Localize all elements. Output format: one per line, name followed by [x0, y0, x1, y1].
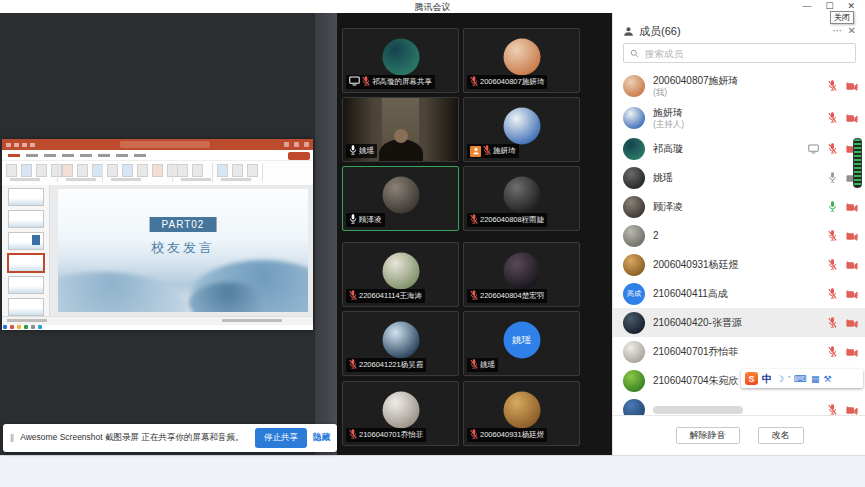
- mic-muted-icon[interactable]: [828, 285, 837, 303]
- camera-off-icon[interactable]: [846, 256, 858, 274]
- mic-on-icon[interactable]: [828, 169, 837, 187]
- moon-icon[interactable]: ☽: [776, 374, 784, 384]
- camera-off-icon[interactable]: [846, 314, 858, 332]
- member-role-label: (主持人): [653, 119, 684, 129]
- mic-muted-icon[interactable]: [828, 77, 837, 95]
- member-avatar: [623, 196, 645, 218]
- punctuation-icon[interactable]: ’: [788, 374, 790, 384]
- member-row[interactable]: 祁高璇: [613, 134, 865, 163]
- panel-close-icon[interactable]: ✕: [848, 26, 856, 36]
- unmute-button[interactable]: 解除静音: [676, 427, 740, 444]
- ppt-menu-row: [2, 150, 313, 161]
- member-row[interactable]: 姚瑶: [613, 163, 865, 192]
- member-avatar: [623, 341, 645, 363]
- mic-muted-icon[interactable]: [828, 140, 837, 158]
- member-row[interactable]: 2: [613, 221, 865, 250]
- member-avatar: [623, 225, 645, 247]
- video-tile[interactable]: 2106040701乔怡菲: [342, 381, 459, 446]
- shared-screen-taskbar: [3, 325, 42, 329]
- member-row[interactable]: 高成2106040411高成: [613, 279, 865, 308]
- slide-thumbnail-selected: [8, 254, 44, 272]
- video-tile[interactable]: 施妍琦: [463, 97, 580, 162]
- video-tile[interactable]: 2206041221杨昊霞: [342, 311, 459, 376]
- member-avatar: [623, 107, 645, 129]
- tools-icon[interactable]: ⚒: [824, 374, 832, 384]
- camera-off-icon[interactable]: [846, 343, 858, 361]
- participant-name-label: 姚瑶: [359, 146, 374, 156]
- member-row[interactable]: 2006040807施妍琦(我): [613, 70, 865, 102]
- member-avatar: [623, 138, 645, 160]
- participant-avatar: [503, 38, 540, 75]
- screen-share-banner: ‖ Awesome Screenshot 截图录屏 正在共享你的屏幕和音频。 停…: [3, 424, 337, 452]
- video-tile[interactable]: 2206040808程雨婕: [463, 166, 580, 231]
- video-tile[interactable]: 2206041114王海涛: [342, 242, 459, 307]
- member-role-label: (我): [653, 87, 739, 97]
- video-tile[interactable]: 2006040931杨廷煜: [463, 381, 580, 446]
- mic-muted-icon: [470, 429, 478, 441]
- mic-muted-icon: [483, 145, 491, 157]
- member-avatar: [623, 370, 645, 392]
- participant-avatar: [382, 38, 419, 75]
- camera-off-icon[interactable]: [846, 109, 858, 127]
- video-tile[interactable]: 姚瑶姚瑶: [463, 311, 580, 376]
- camera-off-icon[interactable]: [846, 285, 858, 303]
- rename-button[interactable]: 改名: [758, 427, 804, 444]
- mic-muted-icon[interactable]: [828, 109, 837, 127]
- keyboard-icon[interactable]: ⌨: [794, 374, 807, 384]
- mic-active-icon[interactable]: [828, 198, 837, 216]
- camera-off-icon[interactable]: [846, 77, 858, 95]
- member-search-box: [623, 43, 856, 63]
- ppt-search-bar: [120, 141, 210, 148]
- mic-muted-icon[interactable]: [828, 227, 837, 245]
- participant-avatar: [503, 176, 540, 213]
- video-tile[interactable]: 祁高璇的屏幕共享: [342, 28, 459, 93]
- panel-more-icon[interactable]: ⋯: [833, 26, 843, 36]
- camera-off-icon[interactable]: [846, 198, 858, 216]
- member-avatar: [623, 167, 645, 189]
- video-tile[interactable]: 姚瑶: [342, 97, 459, 162]
- slide-thumbnail: [8, 188, 44, 206]
- screen-share-edge: [315, 13, 337, 455]
- grid-icon[interactable]: ▦: [811, 374, 820, 384]
- video-tile[interactable]: 2006040807施妍琦: [463, 28, 580, 93]
- host-badge-icon: [470, 146, 481, 157]
- participant-avatar: [382, 176, 419, 213]
- member-name-blurred: [653, 406, 743, 414]
- mic-muted-icon: [470, 359, 478, 371]
- mic-on-icon: [349, 145, 357, 157]
- chinese-mode-icon[interactable]: 中: [762, 372, 772, 386]
- video-tile[interactable]: 2206040804楚宏羽: [463, 242, 580, 307]
- hide-banner-link[interactable]: 隐藏: [313, 432, 330, 444]
- participant-name-label: 2006040807施妍琦: [480, 77, 544, 87]
- mic-muted-icon[interactable]: [828, 256, 837, 274]
- member-avatar: [623, 254, 645, 276]
- participant-name-label: 施妍琦: [493, 146, 516, 156]
- member-row[interactable]: [613, 395, 865, 417]
- mic-muted-icon: [470, 76, 478, 88]
- member-row[interactable]: 2106040701乔怡菲: [613, 337, 865, 366]
- participant-avatar: 姚瑶: [503, 321, 540, 358]
- member-row[interactable]: 2006040931杨廷煜: [613, 250, 865, 279]
- stop-sharing-button[interactable]: 停止共享: [255, 428, 307, 448]
- camera-off-icon[interactable]: [846, 227, 858, 245]
- participant-avatar: [503, 252, 540, 289]
- member-name: 姚瑶: [653, 172, 673, 184]
- ppt-body: PART02 校友发言: [2, 185, 313, 316]
- participant-name-label: 2206040804楚宏羽: [480, 291, 544, 301]
- video-tile[interactable]: 顾泽凌: [342, 166, 459, 231]
- ime-toolbar: S中☽’⌨▦⚒: [741, 369, 863, 388]
- participant-name-label: 2206040808程雨婕: [480, 215, 544, 225]
- member-row[interactable]: 施妍琦(主持人): [613, 102, 865, 134]
- mic-muted-icon[interactable]: [828, 314, 837, 332]
- member-search-input[interactable]: [643, 47, 849, 60]
- mic-muted-icon: [470, 214, 478, 226]
- minimize-button[interactable]: —: [802, 1, 811, 12]
- member-row[interactable]: 2106040420-张晋源: [613, 308, 865, 337]
- member-list-scrollbar[interactable]: [853, 138, 862, 188]
- screen-share-icon: [808, 140, 819, 158]
- slide-thumbnail: [8, 210, 44, 228]
- member-row[interactable]: 顾泽凌: [613, 192, 865, 221]
- participant-avatar: [382, 321, 419, 358]
- sogou-logo-icon[interactable]: S: [745, 372, 758, 385]
- mic-muted-icon[interactable]: [828, 343, 837, 361]
